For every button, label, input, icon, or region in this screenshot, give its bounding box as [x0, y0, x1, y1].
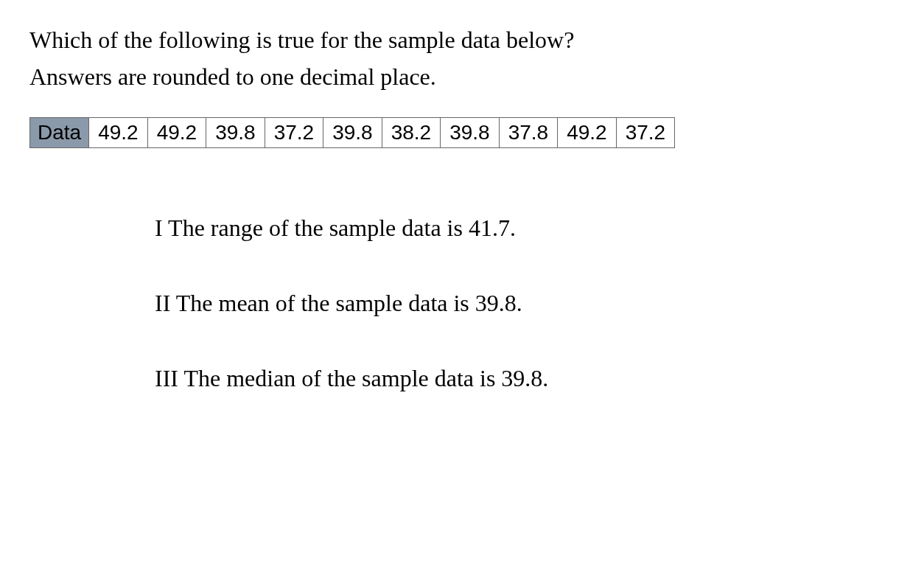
table-cell: 49.2 [147, 118, 206, 148]
question-line-1: Which of the following is true for the s… [29, 22, 895, 59]
table-cell: 37.8 [499, 118, 558, 148]
table-cell: 49.2 [558, 118, 617, 148]
table-header-cell: Data [30, 118, 89, 148]
statements-list: I The range of the sample data is 41.7. … [29, 215, 895, 392]
statement-1: I The range of the sample data is 41.7. [155, 215, 895, 242]
statement-2: II The mean of the sample data is 39.8. [155, 290, 895, 317]
table-cell: 37.2 [616, 118, 675, 148]
table-cell: 37.2 [265, 118, 323, 148]
statement-3: III The median of the sample data is 39.… [155, 365, 895, 392]
table-cell: 38.2 [382, 118, 441, 148]
question-line-2: Answers are rounded to one decimal place… [29, 59, 895, 96]
table-cell: 39.8 [323, 118, 382, 148]
table-cell: 39.8 [441, 118, 500, 148]
data-table: Data 49.2 49.2 39.8 37.2 39.8 38.2 39.8 … [29, 117, 675, 148]
table-cell: 49.2 [89, 118, 148, 148]
table-row: Data 49.2 49.2 39.8 37.2 39.8 38.2 39.8 … [30, 118, 675, 148]
question-prompt: Which of the following is true for the s… [29, 22, 895, 95]
table-cell: 39.8 [206, 118, 265, 148]
